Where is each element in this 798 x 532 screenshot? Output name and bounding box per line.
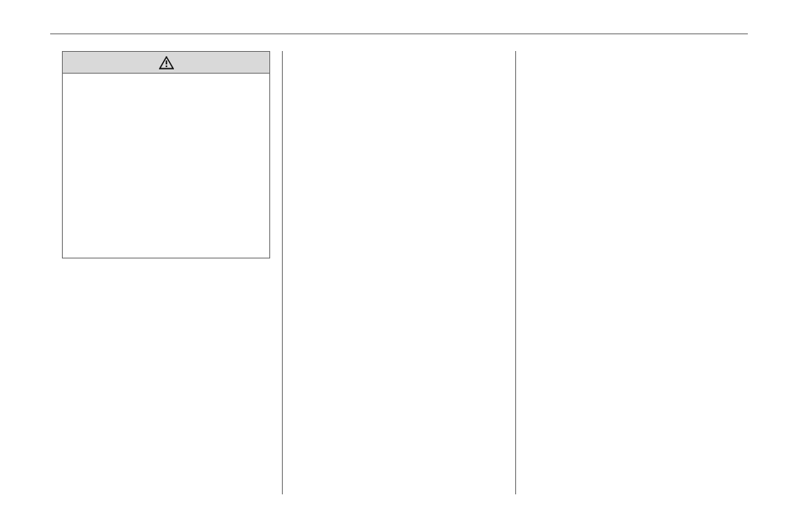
document-page — [0, 0, 798, 532]
warning-callout — [62, 51, 270, 258]
header-divider — [50, 33, 748, 34]
warning-triangle-icon — [159, 56, 174, 69]
svg-point-2 — [166, 65, 167, 67]
callout-body — [63, 74, 269, 258]
column-2 — [282, 51, 514, 494]
column-layout — [50, 51, 748, 494]
callout-header — [63, 52, 269, 74]
column-3 — [515, 51, 748, 494]
column-1 — [50, 51, 282, 494]
